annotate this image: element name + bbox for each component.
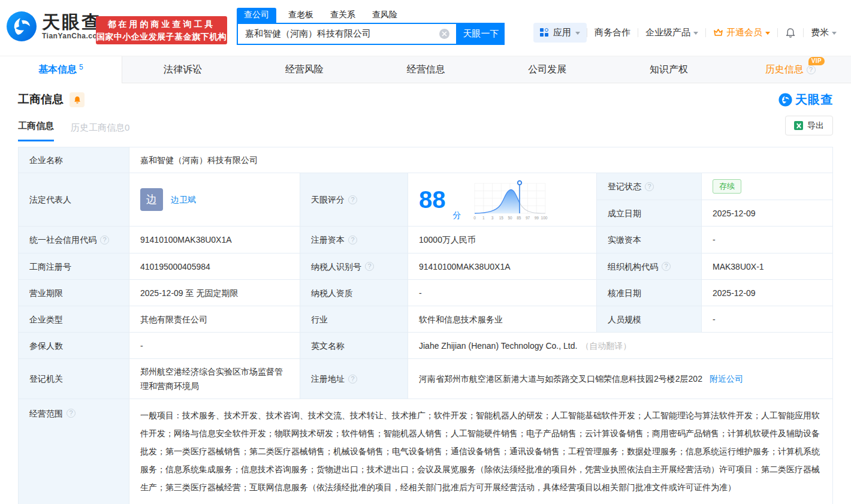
help-icon[interactable] xyxy=(645,182,654,191)
legal-rep-link[interactable]: 边卫斌 xyxy=(171,193,196,206)
search-tab-relation[interactable]: 查关系 xyxy=(330,8,355,23)
field-label-reg-capital: 注册资本 xyxy=(300,227,408,253)
field-value-company-name: 嘉和智健（河南）科技有限公司 xyxy=(129,147,833,173)
subtab-history-registration[interactable]: 历史工商信息0 xyxy=(71,122,129,141)
field-label-english-name: 英文名称 xyxy=(300,333,408,359)
tab-basic-info[interactable]: 基本信息 5 xyxy=(0,56,122,83)
subtab-row: 工商信息 历史工商信息0 导出 xyxy=(18,114,833,141)
field-label-insured-count: 参保人数 xyxy=(19,333,129,359)
legal-rep-avatar[interactable]: 边 xyxy=(140,188,163,211)
subscribe-bell-button[interactable] xyxy=(70,92,85,107)
subtab-current-registration[interactable]: 工商信息 xyxy=(18,120,54,141)
field-value-business-scope: 一般项目：技术服务、技术开发、技术咨询、技术交流、技术转让、技术推广；软件开发；… xyxy=(129,399,833,504)
field-label-industry: 行业 xyxy=(300,306,408,333)
help-icon[interactable] xyxy=(348,375,357,384)
field-value-approval-date: 2025-12-09 xyxy=(702,280,833,306)
help-icon[interactable] xyxy=(348,195,357,204)
field-label-taxpayer-quality: 纳税人资质 xyxy=(300,280,408,306)
clear-search-icon[interactable] xyxy=(439,29,449,39)
help-icon[interactable] xyxy=(67,409,76,418)
nav-enterprise-label: 企业级产品 xyxy=(645,27,690,38)
brand-domain: TianYanCha.com xyxy=(42,32,104,40)
field-label-taxpayer-id: 纳税人识别号 xyxy=(300,253,408,280)
excel-icon xyxy=(794,121,803,130)
brand-name: 天眼查 xyxy=(42,13,104,32)
tab-operating-risk[interactable]: 经营风险 xyxy=(243,56,365,83)
score-value: 88 xyxy=(419,188,446,212)
field-value-insured-count: - xyxy=(129,333,300,359)
nav-cooperation[interactable]: 商务合作 xyxy=(595,27,630,38)
tab-business-info[interactable]: 经营信息 xyxy=(365,56,487,83)
promo-banner: 都在用的商业查询工具 国家中小企业发展子基金旗下机构 xyxy=(96,16,227,44)
promo-line2: 国家中小企业发展子基金旗下机构 xyxy=(96,31,227,43)
field-value-taxpayer-quality: - xyxy=(408,280,597,306)
field-value-company-type: 其他有限责任公司 xyxy=(129,306,300,333)
chevron-down-icon xyxy=(765,32,770,35)
svg-text:97: 97 xyxy=(525,216,530,220)
divider xyxy=(777,28,778,37)
watermark-logo: 天眼查 xyxy=(778,92,833,108)
search-tab-boss[interactable]: 查老板 xyxy=(288,8,313,23)
field-label-legal-rep: 法定代表人 xyxy=(19,173,129,227)
field-value-reg-address: 河南省郑州市航空港区新港大道与如荼路交叉口锦荣信息科技园2号楼2层202 附近公… xyxy=(408,359,833,399)
field-value-legal-rep: 边 边卫斌 xyxy=(129,173,300,227)
nav-enterprise[interactable]: 企业级产品 xyxy=(645,27,698,38)
field-label-reg-status: 登记状态 xyxy=(597,173,702,200)
help-icon[interactable] xyxy=(100,236,109,245)
field-label-reg-authority: 登记机关 xyxy=(19,359,129,399)
divider xyxy=(803,28,804,37)
chevron-down-icon xyxy=(693,32,698,35)
field-value-business-term: 2025-12-09 至 无固定期限 xyxy=(129,280,300,306)
watermark-text: 天眼查 xyxy=(795,92,833,108)
field-label-company-name: 企业名称 xyxy=(19,147,129,173)
notification-bell[interactable] xyxy=(785,28,796,38)
apps-menu[interactable]: 应用 xyxy=(533,23,587,43)
user-menu[interactable]: 费米 xyxy=(811,27,837,38)
field-value-establish-date: 2025-12-09 xyxy=(702,200,833,227)
help-icon[interactable] xyxy=(365,262,374,271)
tab-intellectual-property[interactable]: 知识产权 xyxy=(608,56,730,83)
help-icon[interactable] xyxy=(807,65,816,74)
tab-label: 历史信息 xyxy=(765,64,804,76)
help-icon[interactable] xyxy=(348,236,357,245)
search-input-wrap xyxy=(237,23,457,45)
field-label-staff-size: 人员规模 xyxy=(597,306,702,333)
user-name: 费米 xyxy=(811,27,829,38)
search-button[interactable]: 天眼一下 xyxy=(457,23,505,45)
score-unit: 分 xyxy=(453,209,461,222)
crown-icon xyxy=(713,28,723,37)
field-label-org-code: 组织机构代码 xyxy=(597,253,702,280)
page-header: 天眼查 TianYanCha.com 都在用的商业查询工具 国家中小企业发展子基… xyxy=(0,0,851,56)
search-tab-risk[interactable]: 查风险 xyxy=(372,8,397,23)
svg-text:50: 50 xyxy=(508,216,512,220)
tab-label: 基本信息 xyxy=(38,64,77,76)
field-value-credit-code: 91410100MAK38U0X1A xyxy=(129,227,300,253)
field-value-paid-capital: - xyxy=(702,227,833,253)
field-label-reg-number: 工商注册号 xyxy=(19,253,129,280)
divider xyxy=(638,28,638,37)
export-button[interactable]: 导出 xyxy=(785,116,833,135)
tab-label: 法律诉讼 xyxy=(164,64,202,76)
svg-text:100: 100 xyxy=(541,216,547,220)
apps-grid-icon xyxy=(540,28,549,37)
tab-legal[interactable]: 法律诉讼 xyxy=(122,56,244,83)
tab-history[interactable]: 历史信息 VIP xyxy=(729,56,851,83)
field-value-industry: 软件和信息技术服务业 xyxy=(408,306,597,333)
tab-count: 5 xyxy=(79,63,83,71)
svg-text:0: 0 xyxy=(473,216,476,220)
tab-company-development[interactable]: 公司发展 xyxy=(487,56,608,83)
status-badge: 存续 xyxy=(713,179,741,194)
field-value-reg-status: 存续 xyxy=(702,173,833,200)
main-tabbar: 基本信息 5 法律诉讼 经营风险 经营信息 公司发展 知识产权 历史信息 VIP xyxy=(0,56,851,83)
search-tab-company[interactable]: 查公司 xyxy=(237,8,276,23)
apps-label: 应用 xyxy=(553,27,571,38)
tab-label: 公司发展 xyxy=(528,64,566,76)
nav-vip-label: 开通会员 xyxy=(726,27,762,38)
nearby-companies-link[interactable]: 附近公司 xyxy=(710,372,743,385)
nav-vip[interactable]: 开通会员 xyxy=(713,27,770,38)
svg-text:3: 3 xyxy=(491,216,493,220)
tianyancha-logo[interactable]: 天眼查 TianYanCha.com xyxy=(6,11,104,42)
search-input[interactable] xyxy=(238,29,439,39)
field-label-establish-date: 成立日期 xyxy=(597,200,702,227)
help-icon[interactable] xyxy=(662,262,671,271)
